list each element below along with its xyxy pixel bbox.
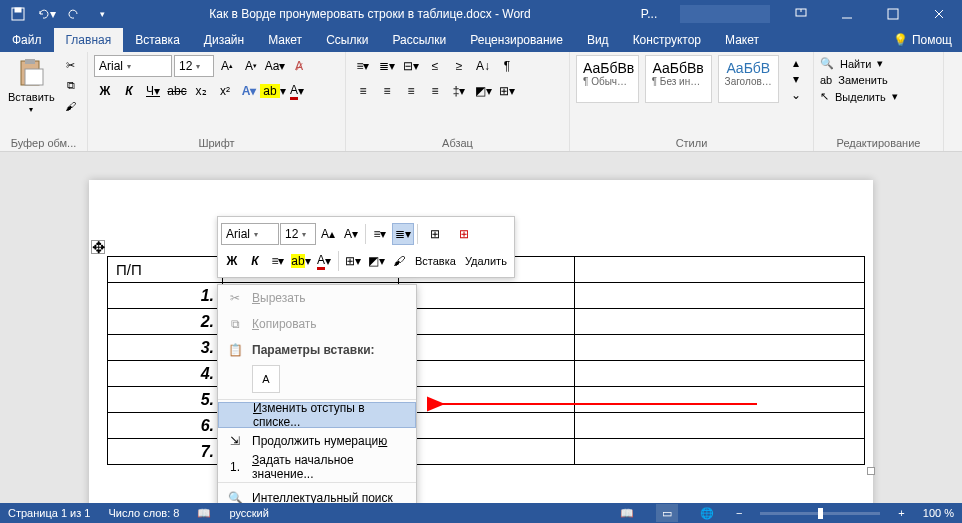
tab-references[interactable]: Ссылки	[314, 28, 380, 52]
align-right-icon[interactable]: ≡	[400, 80, 422, 102]
tab-table-layout[interactable]: Макет	[713, 28, 771, 52]
mini-border-icon[interactable]: ⊞▾	[342, 250, 364, 272]
document-canvas[interactable]: ✥ П/П 1. 2. 3. 4. 5. 6. 7. Arial▾ 12▾ A▴…	[0, 152, 962, 503]
tab-design[interactable]: Дизайн	[192, 28, 256, 52]
minimize-icon[interactable]	[824, 0, 870, 28]
underline-button[interactable]: Ч▾	[142, 80, 164, 102]
shading-icon[interactable]: ◩▾	[472, 80, 494, 102]
ctx-copy[interactable]: ⧉Копировать	[218, 311, 416, 337]
maximize-icon[interactable]	[870, 0, 916, 28]
italic-button[interactable]: К	[118, 80, 140, 102]
mini-size-combo[interactable]: 12▾	[280, 223, 316, 245]
line-spacing-icon[interactable]: ‡▾	[448, 80, 470, 102]
borders-icon[interactable]: ⊞▾	[496, 80, 518, 102]
mini-delete-icon[interactable]: ⊞	[450, 220, 478, 248]
read-mode-icon[interactable]: 📖	[616, 504, 638, 522]
tab-view[interactable]: Вид	[575, 28, 621, 52]
align-center-icon[interactable]: ≡	[376, 80, 398, 102]
status-words[interactable]: Число слов: 8	[108, 507, 179, 519]
zoom-out-icon[interactable]: −	[736, 507, 742, 519]
style-heading1[interactable]: АаБбВЗаголово...	[718, 55, 779, 103]
mini-shading-icon[interactable]: ◩▾	[365, 250, 387, 272]
table-move-handle-icon[interactable]: ✥	[91, 240, 105, 254]
zoom-level[interactable]: 100 %	[923, 507, 954, 519]
tell-me[interactable]: 💡 Помощ	[883, 28, 962, 52]
undo-icon[interactable]: ▾	[34, 3, 58, 25]
multilevel-icon[interactable]: ⊟▾	[400, 55, 422, 77]
clear-formatting-icon[interactable]: A̷	[288, 55, 310, 77]
paste-button[interactable]: Вставить ▾	[6, 55, 57, 116]
tab-insert[interactable]: Вставка	[123, 28, 192, 52]
font-family-combo[interactable]: Arial▾	[94, 55, 172, 77]
header-cell[interactable]: П/П	[108, 257, 223, 283]
mini-font-combo[interactable]: Arial▾	[221, 223, 279, 245]
copy-icon[interactable]: ⧉	[61, 77, 81, 95]
align-left-icon[interactable]: ≡	[352, 80, 374, 102]
text-effects-icon[interactable]: A▾	[238, 80, 260, 102]
save-icon[interactable]	[6, 3, 30, 25]
tab-table-design[interactable]: Конструктор	[621, 28, 713, 52]
shrink-font-icon[interactable]: A▾	[240, 55, 262, 77]
print-layout-icon[interactable]: ▭	[656, 504, 678, 522]
table-resize-handle-icon[interactable]	[867, 467, 875, 475]
close-icon[interactable]	[916, 0, 962, 28]
increase-indent-icon[interactable]: ≥	[448, 55, 470, 77]
grow-font-icon[interactable]: A▴	[216, 55, 238, 77]
ctx-set-start[interactable]: 1.Задать начальное значение...	[218, 454, 416, 480]
ctx-change-indents[interactable]: Изменить отступы в списке...	[218, 402, 416, 428]
find-button[interactable]: 🔍Найти▾	[820, 55, 937, 72]
mini-insert-icon[interactable]: ⊞	[421, 220, 449, 248]
mini-highlight-icon[interactable]: ab▾	[290, 250, 312, 272]
paste-text-only-icon[interactable]: A	[252, 365, 280, 393]
justify-icon[interactable]: ≡	[424, 80, 446, 102]
status-page[interactable]: Страница 1 из 1	[8, 507, 90, 519]
change-case-button[interactable]: Aa▾	[264, 55, 286, 77]
tab-home[interactable]: Главная	[54, 28, 124, 52]
mini-bullets-icon[interactable]: ≡▾	[369, 223, 391, 245]
qat-customize-icon[interactable]: ▾	[90, 3, 114, 25]
select-button[interactable]: ↖Выделить▾	[820, 88, 937, 105]
mini-italic[interactable]: К	[244, 250, 266, 272]
redo-icon[interactable]	[62, 3, 86, 25]
zoom-slider[interactable]	[760, 512, 880, 515]
subscript-button[interactable]: x₂	[190, 80, 212, 102]
ctx-continue-numbering[interactable]: ⇲Продолжить нумерацию	[218, 428, 416, 454]
tab-file[interactable]: Файл	[0, 28, 54, 52]
strike-button[interactable]: abc	[166, 80, 188, 102]
tab-review[interactable]: Рецензирование	[458, 28, 575, 52]
ctx-cut[interactable]: ✂Вырезать	[218, 285, 416, 311]
status-language[interactable]: русский	[229, 507, 268, 519]
mini-grow-icon[interactable]: A▴	[317, 223, 339, 245]
mini-numbering-icon[interactable]: ≣▾	[392, 223, 414, 245]
cut-icon[interactable]: ✂	[61, 57, 81, 75]
style-normal[interactable]: АаБбВв¶ Обычный	[576, 55, 639, 103]
mini-align-icon[interactable]: ≡▾	[267, 250, 289, 272]
mini-fontcolor-icon[interactable]: A▾	[313, 250, 335, 272]
status-proofing-icon[interactable]: 📖	[197, 507, 211, 520]
mini-bold[interactable]: Ж	[221, 250, 243, 272]
tab-mailings[interactable]: Рассылки	[380, 28, 458, 52]
web-layout-icon[interactable]: 🌐	[696, 504, 718, 522]
font-color-icon[interactable]: A▾	[286, 80, 308, 102]
user-area[interactable]	[680, 5, 770, 23]
style-nospacing[interactable]: АаБбВв¶ Без инте...	[645, 55, 712, 103]
mini-painter-icon[interactable]: 🖌	[388, 250, 410, 272]
user-badge[interactable]: P...	[626, 7, 672, 21]
decrease-indent-icon[interactable]: ≤	[424, 55, 446, 77]
show-marks-icon[interactable]: ¶	[496, 55, 518, 77]
font-size-combo[interactable]: 12▾	[174, 55, 214, 77]
replace-button[interactable]: abЗаменить	[820, 72, 937, 88]
mini-shrink-icon[interactable]: A▾	[340, 223, 362, 245]
numbering-icon[interactable]: ≣▾	[376, 55, 398, 77]
ribbon-options-icon[interactable]	[778, 0, 824, 28]
superscript-button[interactable]: x²	[214, 80, 236, 102]
page[interactable]: ✥ П/П 1. 2. 3. 4. 5. 6. 7. Arial▾ 12▾ A▴…	[89, 180, 873, 503]
highlight-icon[interactable]: ab▾	[262, 80, 284, 102]
ctx-smart-lookup[interactable]: 🔍Интеллектуальный поиск	[218, 485, 416, 503]
sort-icon[interactable]: A↓	[472, 55, 494, 77]
bullets-icon[interactable]: ≡▾	[352, 55, 374, 77]
bold-button[interactable]: Ж	[94, 80, 116, 102]
styles-scroll[interactable]: ▴▾⌄	[785, 55, 807, 103]
tab-layout[interactable]: Макет	[256, 28, 314, 52]
format-painter-icon[interactable]: 🖌	[61, 97, 81, 115]
